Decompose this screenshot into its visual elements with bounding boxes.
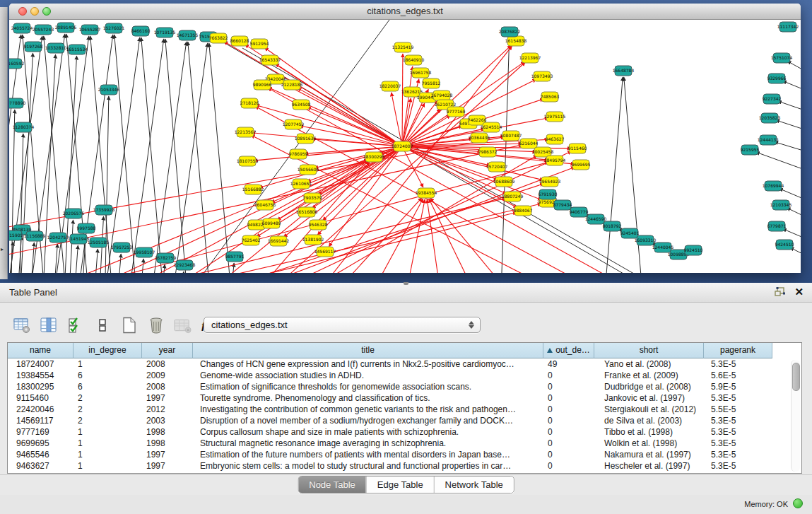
graph-node[interactable]: 18495794 — [544, 156, 566, 165]
cell-short[interactable]: Stergiakouli et al. (2012) — [594, 404, 704, 415]
cell-out_de[interactable]: 0 — [543, 370, 594, 381]
graph-node[interactable]: 16961758 — [410, 68, 432, 78]
graph-node[interactable]: 12035823 — [759, 113, 781, 123]
table-selector-combobox[interactable]: citations_edges.txt — [204, 317, 481, 333]
split-pane-grip[interactable] — [404, 282, 408, 285]
row-height-icon[interactable] — [93, 317, 111, 334]
graph-node[interactable]: 10719135 — [154, 28, 176, 37]
graph-node[interactable]: 12103345 — [770, 200, 792, 210]
graph-node[interactable]: 8779434 — [553, 200, 572, 210]
graph-node[interactable]: 12505185 — [88, 238, 110, 247]
graph-node-hub[interactable]: 18724007 — [392, 141, 413, 151]
close-panel-icon[interactable]: ✕ — [794, 286, 804, 298]
graph-node[interactable]: 9424510 — [775, 240, 794, 250]
graph-node[interactable]: 10332810 — [45, 43, 67, 53]
cell-in_degree[interactable]: 2 — [73, 404, 142, 415]
float-panel-icon[interactable] — [775, 287, 786, 297]
graph-node[interactable]: 9197268 — [24, 42, 43, 52]
cell-pagerank[interactable]: 5.3E-5 — [704, 426, 772, 438]
graph-node[interactable]: 17359928 — [93, 205, 115, 215]
graph-node[interactable]: 2718126 — [240, 98, 259, 108]
cell-title[interactable]: Disruption of a novel member of a sodium… — [193, 415, 543, 426]
graph-node[interactable]: 11156889 — [24, 231, 46, 241]
graph-node[interactable]: 3915905 — [9, 230, 23, 240]
cell-title[interactable]: Investigating the contribution of common… — [193, 404, 543, 415]
select-all-icon[interactable] — [66, 317, 84, 334]
cell-title[interactable]: Corpus callosum shape and size in male p… — [193, 426, 543, 438]
graph-node[interactable]: 19958107 — [134, 247, 155, 257]
column-header-title[interactable]: title — [193, 343, 543, 358]
table-row[interactable]: 946362711997Embryonic stem cells: a mode… — [8, 460, 772, 472]
cell-name[interactable]: 19384554 — [8, 370, 73, 381]
cell-pagerank[interactable]: 5.3E-5 — [704, 449, 772, 460]
graph-node[interactable]: 9857791 — [225, 252, 245, 262]
cell-out_de[interactable]: 49 — [543, 358, 594, 370]
graph-node[interactable]: 16543337 — [259, 55, 281, 65]
graph-node[interactable]: 11381902 — [302, 235, 324, 245]
graph-node[interactable]: 6779871 — [767, 221, 787, 231]
graph-node[interactable]: 7986372 — [478, 147, 498, 157]
cell-year[interactable]: 1997 — [142, 392, 193, 404]
cell-year[interactable]: 2012 — [142, 404, 193, 415]
graph-node[interactable]: 9215955 — [741, 145, 760, 155]
graph-node[interactable]: 8018792 — [603, 221, 622, 231]
cell-name[interactable]: 9463627 — [8, 460, 73, 472]
cell-out_de[interactable]: 0 — [543, 381, 594, 392]
cell-year[interactable]: 2003 — [142, 415, 193, 426]
graph-node[interactable]: 16516806 — [296, 207, 318, 217]
cell-title[interactable]: Genome-wide association studies in ADHD. — [193, 370, 543, 381]
graph-node[interactable]: 12042757 — [47, 233, 69, 243]
table-row[interactable]: 1456911722003Disruption of a novel membe… — [8, 415, 772, 426]
graph-node[interactable]: 17957253 — [111, 243, 133, 252]
graph-node[interactable]: 16691442 — [268, 236, 290, 246]
cell-out_de[interactable]: 0 — [543, 449, 594, 460]
graph-node[interactable]: 10973493 — [531, 71, 553, 81]
graph-node[interactable]: 8466160 — [131, 26, 151, 36]
graph-node[interactable]: 15720407 — [486, 162, 508, 172]
graph-node[interactable]: 9699695 — [572, 160, 591, 170]
graph-node[interactable]: 14569117 — [314, 247, 336, 257]
cell-pagerank[interactable]: 5.3E-5 — [704, 392, 772, 404]
cell-name[interactable]: 9699695 — [8, 438, 73, 449]
graph-node[interactable]: 20206576 — [63, 209, 85, 218]
cell-title[interactable]: Estimation of the future numbers of pati… — [193, 449, 543, 460]
table-settings-icon[interactable] — [13, 317, 30, 334]
graph-node[interactable]: 12975115 — [544, 112, 566, 122]
graph-node[interactable]: 6791930 — [539, 189, 558, 199]
cell-year[interactable]: 2009 — [142, 370, 193, 381]
scrollbar-thumb[interactable] — [792, 363, 800, 391]
table-row[interactable]: 977716911998Corpus callosum shape and si… — [8, 426, 772, 438]
graph-node[interactable]: 16782759 — [155, 253, 177, 263]
graph-node[interactable]: 9546328 — [309, 220, 328, 230]
graph-node[interactable]: 11280374 — [13, 122, 35, 132]
graph-node[interactable]: 9786959 — [289, 149, 308, 159]
graph-node[interactable]: 7625402 — [242, 235, 261, 245]
graph-node[interactable]: 19384554 — [416, 188, 437, 198]
graph-node[interactable]: 18640910 — [403, 55, 425, 65]
graph-node[interactable]: 16245514 — [481, 122, 502, 132]
vertical-scrollbar[interactable] — [791, 360, 800, 472]
graph-node[interactable]: 8660128 — [230, 36, 249, 46]
delete-icon[interactable] — [147, 317, 165, 334]
cell-title[interactable]: Embryonic stem cells: a model to study s… — [193, 460, 543, 472]
graph-node[interactable]: 20557243 — [33, 25, 54, 35]
cell-title[interactable]: Changes of HCN gene expression and I(f) … — [193, 358, 543, 370]
cell-pagerank[interactable]: 5.3E-5 — [704, 358, 772, 370]
table-row[interactable]: 2242004622012Investigating the contribut… — [8, 404, 772, 415]
column-header-pagerank[interactable]: pagerank — [704, 343, 772, 358]
table-row[interactable]: 946554611997Estimation of the future num… — [8, 449, 772, 460]
column-header-out_de[interactable]: out_de… — [543, 343, 594, 358]
column-header-in_degree[interactable]: in_degree — [73, 343, 142, 358]
cell-year[interactable]: 1998 — [142, 426, 193, 438]
tab-network-table[interactable]: Network Table — [434, 477, 514, 493]
cell-pagerank[interactable]: 5.3E-5 — [704, 460, 772, 472]
graph-node[interactable]: 10655287 — [79, 25, 101, 35]
graph-node[interactable]: 12610651 — [290, 179, 312, 189]
graph-node[interactable]: 24055724 — [11, 23, 33, 33]
graph-node[interactable]: 20160592 — [9, 59, 24, 69]
cell-in_degree[interactable]: 1 — [73, 438, 142, 449]
graph-node[interactable]: 9463627 — [546, 134, 565, 144]
graph-node[interactable]: 9884067 — [514, 206, 533, 216]
graph-node[interactable]: 15166882 — [242, 185, 264, 194]
cell-short[interactable]: Jankovic et al. (1997) — [594, 392, 704, 404]
